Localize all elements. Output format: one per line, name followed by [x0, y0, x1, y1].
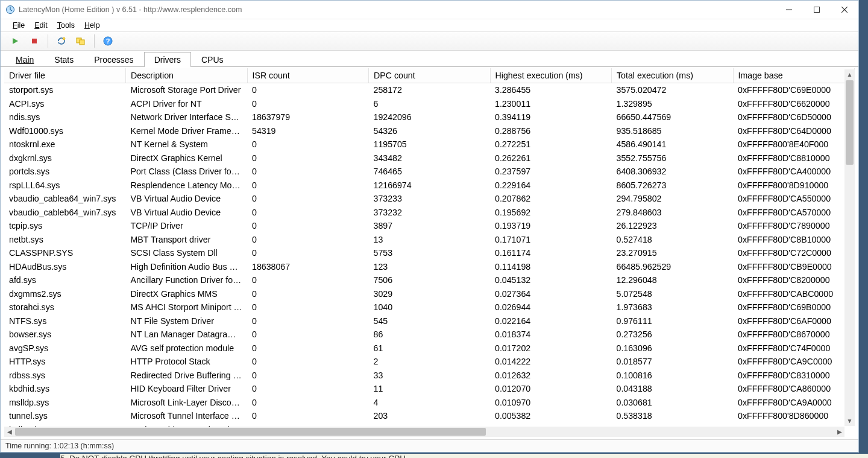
cell-desc: MS AHCI Storport Miniport D...	[126, 301, 248, 314]
scroll-thumb[interactable]	[846, 80, 854, 165]
cell-he: 0.171071	[490, 233, 612, 247]
scroll-thumb[interactable]	[15, 428, 486, 436]
svg-marker-2	[13, 38, 18, 44]
table-row[interactable]: portcls.sysPort Class (Class Driver for …	[4, 165, 855, 179]
table-row[interactable]: tcpip.sysTCP/IP Driver038970.19371926.12…	[4, 219, 855, 233]
tab-processes[interactable]: Processes	[84, 52, 143, 67]
vertical-scrollbar[interactable]: ▲ ▼	[844, 69, 855, 426]
table-row[interactable]: CLASSPNP.SYSSCSI Class System Dll057530.…	[4, 246, 855, 260]
table-row[interactable]: avgSP.sysAVG self protection module0610.…	[4, 342, 855, 355]
cell-te: 0.273256	[612, 328, 734, 342]
table-row[interactable]: storahci.sysMS AHCI Storport Miniport D.…	[4, 301, 855, 314]
table-row[interactable]: tunnel.sysMicrosoft Tunnel Interface D..…	[4, 409, 855, 423]
table-row[interactable]: Wdf01000.sysKernel Mode Driver Framew...…	[4, 124, 855, 138]
cell-file: mslldp.sys	[4, 396, 126, 410]
table-row[interactable]: kbdhid.sysHID Keyboard Filter Driver0110…	[4, 382, 855, 396]
tab-cpus[interactable]: CPUs	[191, 52, 234, 67]
cell-desc: NT Lan Manager Datagram ...	[126, 328, 248, 342]
scroll-left-icon[interactable]: ◀	[4, 427, 14, 437]
minimize-button[interactable]	[775, 1, 803, 19]
scroll-up-icon[interactable]: ▲	[844, 69, 855, 80]
cell-he: 0.193719	[490, 219, 612, 233]
col-header-he[interactable]: Highest execution (ms)	[490, 68, 612, 83]
cell-he: 0.114198	[490, 260, 612, 274]
table-row[interactable]: storport.sysMicrosoft Storage Port Drive…	[4, 83, 855, 97]
statusbar: Time running: 1:02:13 (h:mm:ss)	[1, 439, 858, 452]
help-button[interactable]: ?	[99, 33, 116, 49]
cell-he: 0.262261	[490, 151, 612, 165]
titlebar: LatencyMon (Home Edition ) v 6.51 - http…	[1, 1, 858, 19]
cell-he: 0.027364	[490, 287, 612, 301]
cell-he: 0.045132	[490, 273, 612, 287]
cell-dpc: 5753	[369, 246, 491, 260]
col-header-isr[interactable]: ISR count	[247, 68, 369, 83]
table-row[interactable]: HTTP.sysHTTP Protocol Stack020.0142220.0…	[4, 355, 855, 369]
menu-tools[interactable]: Tools	[54, 21, 78, 30]
table-row[interactable]: rspLLL64.sysResplendence Latency Monit..…	[4, 179, 855, 192]
col-header-te[interactable]: Total execution (ms)	[612, 68, 734, 83]
close-button[interactable]	[831, 1, 858, 19]
table-row[interactable]: dxgmms2.sysDirectX Graphics MMS030290.02…	[4, 287, 855, 301]
col-header-ib[interactable]: Image base	[733, 68, 855, 83]
table-row[interactable]: NTFS.sysNT File System Driver05450.02216…	[4, 314, 855, 328]
cell-he: 0.207862	[490, 192, 612, 206]
cell-ib: 0xFFFFF80D'C6AF0000	[733, 314, 855, 328]
cell-file: afd.sys	[4, 273, 126, 287]
table-row[interactable]: bowser.sysNT Lan Manager Datagram ...086…	[4, 328, 855, 342]
menu-edit[interactable]: Edit	[31, 21, 51, 30]
col-header-desc[interactable]: Description	[126, 68, 248, 83]
cell-file: NTFS.sys	[4, 314, 126, 328]
cell-file: CLASSPNP.SYS	[4, 246, 126, 260]
scroll-down-icon[interactable]: ▼	[844, 416, 855, 426]
cell-isr: 18638067	[247, 260, 369, 274]
cell-dpc: 545	[369, 314, 491, 328]
cell-file: avgSP.sys	[4, 342, 126, 355]
table-row[interactable]: netbt.sysMBT Transport driver0130.171071…	[4, 233, 855, 247]
cell-file: rdbss.sys	[4, 369, 126, 383]
tab-stats[interactable]: Stats	[44, 52, 84, 67]
cell-isr: 0	[247, 342, 369, 355]
cell-ib: 0xFFFFF80D'C64D0000	[733, 124, 855, 138]
cell-ib: 0xFFFFF80D'CABC0000	[733, 287, 855, 301]
table-row[interactable]: vbaudio_cablea64_win7.sysVB Virtual Audi…	[4, 192, 855, 206]
table-row[interactable]: HDAudBus.sysHigh Definition Audio Bus Dr…	[4, 260, 855, 274]
maximize-button[interactable]	[803, 1, 831, 19]
cell-file: HTTP.sys	[4, 355, 126, 369]
table-row[interactable]: afd.sysAncillary Function Driver for ...…	[4, 273, 855, 287]
cell-te: 5.072548	[612, 287, 734, 301]
tab-drivers[interactable]: Drivers	[144, 52, 191, 67]
table-row[interactable]: dxgkrnl.sysDirectX Graphics Kernel034348…	[4, 151, 855, 165]
table-row[interactable]: ndis.sysNetwork Driver Interface Sp...18…	[4, 110, 855, 124]
stop-button[interactable]	[26, 33, 43, 49]
cell-dpc: 12166974	[369, 179, 491, 192]
play-button[interactable]	[7, 33, 24, 49]
cell-isr: 0	[247, 382, 369, 396]
cell-file: HDAudBus.sys	[4, 260, 126, 274]
cell-ib: 0xFFFFF80D'C74F0000	[733, 342, 855, 355]
scroll-right-icon[interactable]: ▶	[834, 427, 844, 437]
content-area: Driver file Description ISR count DPC co…	[1, 67, 858, 439]
cell-ib: 0xFFFFF80D'CA570000	[733, 206, 855, 220]
table-row[interactable]: vbaudio_cableb64_win7.sysVB Virtual Audi…	[4, 206, 855, 220]
menu-file[interactable]: File	[9, 21, 28, 30]
horizontal-scrollbar[interactable]: ◀ ▶	[4, 427, 844, 437]
cell-he: 0.017202	[490, 342, 612, 355]
table-row[interactable]: rdbss.sysRedirected Drive Buffering S...…	[4, 369, 855, 383]
cell-ib: 0xFFFFF80D'C8810000	[733, 151, 855, 165]
cell-te: 23.270915	[612, 246, 734, 260]
cell-desc: TCP/IP Driver	[126, 219, 248, 233]
cell-file: storport.sys	[4, 83, 126, 97]
table-row[interactable]: ntoskrnl.exeNT Kernel & System011957050.…	[4, 138, 855, 151]
table-row[interactable]: mslldp.sysMicrosoft Link-Layer Discove..…	[4, 396, 855, 410]
background-page-text: 5. Do NOT disable CPU throttling until y…	[60, 454, 868, 458]
table-row[interactable]: ACPI.sysACPI Driver for NT061.2300111.32…	[4, 97, 855, 111]
tab-main[interactable]: Main	[5, 52, 44, 67]
col-header-dpc[interactable]: DPC count	[369, 68, 491, 83]
processes-button[interactable]	[72, 33, 89, 49]
refresh-button[interactable]	[53, 33, 70, 49]
cell-desc: HID Keyboard Filter Driver	[126, 382, 248, 396]
cell-file: vbaudio_cableb64_win7.sys	[4, 206, 126, 220]
cell-file: tcpip.sys	[4, 219, 126, 233]
col-header-file[interactable]: Driver file	[4, 68, 126, 83]
menu-help[interactable]: Help	[81, 21, 104, 30]
